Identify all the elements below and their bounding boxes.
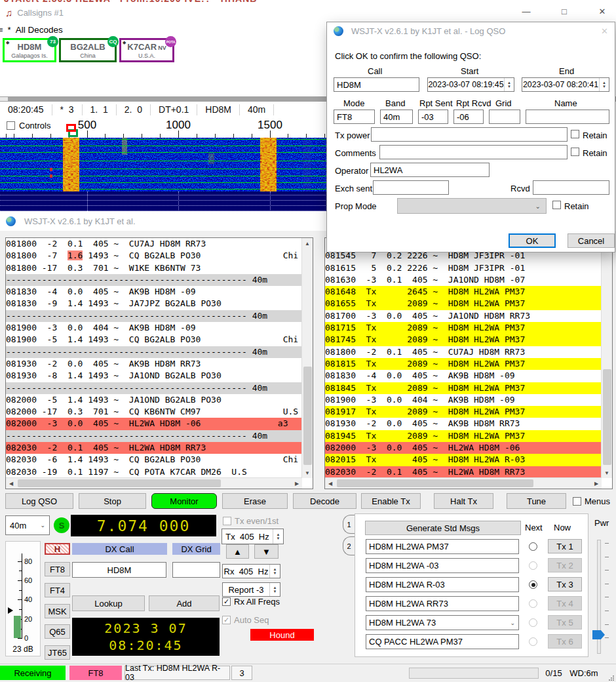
decode-row[interactable]: 081630 -3 0.1 405 ~ JA1OND HD8M -07 <box>325 274 602 286</box>
call-field[interactable]: HD8M <box>334 77 419 92</box>
scroll-left-icon[interactable]: ◀ <box>325 478 336 489</box>
scroll-right-icon[interactable]: ▶ <box>292 478 302 489</box>
decode-row[interactable]: 081615 5 0.2 2226 ~ HD8M JF3IPR -01 <box>325 262 602 274</box>
callsign-card-bg2alb[interactable]: BG2ALB China CQ <box>59 38 117 62</box>
decode-row[interactable]: 081800 -2 0.1 405 ~ CU7AJ HD8M RR73 <box>325 346 602 358</box>
spinner-arrows-icon[interactable]: ▲▼ <box>504 78 514 91</box>
cancel-button[interactable]: Cancel <box>568 233 615 248</box>
rpt-sent-field[interactable]: -03 <box>418 110 448 124</box>
ok-button[interactable]: OK <box>509 233 556 248</box>
decode-row[interactable]: 081917 Tx 2089 ~ HD8M HL2WA PM37 <box>325 406 602 418</box>
scroll-down-icon[interactable]: ▼ <box>302 468 313 478</box>
tx6-next-radio[interactable] <box>529 637 537 646</box>
lookup-button[interactable]: Lookup <box>72 595 145 611</box>
mode-field[interactable]: FT8 <box>334 110 375 124</box>
decode-row[interactable]: 081745 Tx 2089 ~ HD8M HL2WA PM37 <box>325 334 602 346</box>
dx-grid-input[interactable] <box>172 562 220 578</box>
scrollbar-thumb[interactable] <box>303 367 312 465</box>
scroll-left-icon[interactable]: ◀ <box>6 478 16 489</box>
operator-field[interactable]: HL2WA <box>370 163 490 177</box>
tx5-next-radio[interactable] <box>529 618 537 627</box>
decode-row[interactable]: 082030 -2 0.1 405 ~ HL2WA HD8M RR73 <box>325 466 602 478</box>
tx3-next-radio[interactable] <box>529 580 537 589</box>
end-datetime-field[interactable]: 2023-03-07 08:20:41 ▲▼ <box>522 77 609 92</box>
tx2-message-input[interactable]: HD8M HL2WA -03 <box>366 558 519 573</box>
decode-row[interactable]: 082000 -17 0.3 701 ~ CQ KB6NTW CM97 U.S <box>6 406 302 418</box>
halt-tx-button[interactable]: Halt Tx <box>434 493 493 509</box>
retain-prop-checkbox[interactable] <box>552 201 561 209</box>
tx4-now-button[interactable]: Tx 4 <box>548 596 582 611</box>
band-select[interactable]: 40m ⌄ <box>5 515 50 535</box>
tx6-now-button[interactable]: Tx 6 <box>548 634 582 649</box>
scrollbar-thumb[interactable] <box>337 479 533 487</box>
report-spinner[interactable]: Report -3 ▲▼ <box>222 582 280 597</box>
scrollbar-thumb[interactable] <box>0 97 8 101</box>
freq-up-button[interactable]: ▲ <box>226 544 249 559</box>
callsign-card-k7car[interactable]: ◆ K7CARNV U.S.A. POTA <box>119 38 174 62</box>
decode-row[interactable]: ----------------------------------------… <box>6 274 302 286</box>
grid-field[interactable] <box>489 110 520 124</box>
decode-row[interactable]: 081930 -2 0.0 405 ~ AK9B HD8M RR73 <box>325 418 602 430</box>
dx-call-input[interactable]: HD8M <box>72 562 166 578</box>
decode-row[interactable]: ----------------------------------------… <box>6 346 302 358</box>
controls-toggle[interactable]: Controls <box>7 121 50 130</box>
decode-row[interactable]: 081655 Tx 2089 ~ HD8M HL2WA PM37 <box>325 298 602 310</box>
freq-down-button[interactable]: ▼ <box>254 544 279 559</box>
mode-q65-button[interactable]: Q65 <box>45 624 70 639</box>
retain-power-checkbox[interactable] <box>571 130 579 138</box>
generate-std-msgs-button[interactable]: Generate Std Msgs <box>365 521 521 535</box>
decode-button[interactable]: Decode <box>293 493 356 509</box>
spinner-arrows-icon[interactable]: ▲▼ <box>269 583 280 596</box>
tx2-next-radio[interactable] <box>529 561 537 570</box>
start-datetime-field[interactable]: 2023-03-07 08:19:45 ▲▼ <box>427 77 514 92</box>
scrollbar-thumb[interactable] <box>603 369 611 465</box>
decode-row[interactable]: 082030 -6 1.4 1493 ~ CQ BG2ALB PO30 Chi <box>6 454 302 466</box>
rcvd-field[interactable] <box>533 180 609 195</box>
prop-mode-select[interactable]: ⌄ <box>397 198 547 214</box>
controls-checkbox[interactable] <box>7 121 15 130</box>
retain-comments-checkbox[interactable] <box>571 148 579 156</box>
horizontal-scrollbar[interactable]: ◀ ▶ <box>325 477 602 489</box>
decode-row[interactable]: 081800 -2 0.1 405 ~ CU7AJ HD8M RR73 <box>6 238 302 250</box>
decode-row[interactable]: 082000 -5 1.4 1493 ~ JA1OND BG2ALB PO30 <box>6 394 302 406</box>
auto-seq-checkbox[interactable] <box>222 616 231 624</box>
decode-row[interactable]: 082015 Tx 405 ~ HD8M HL2WA R-03 <box>325 454 602 466</box>
decode-row[interactable]: 081700 -3 0.0 405 ~ JA1OND HD8M RR73 <box>325 310 602 322</box>
spinner-arrows-icon[interactable]: ▲▼ <box>273 529 283 544</box>
scroll-down-icon[interactable]: ▼ <box>602 468 612 478</box>
rx-frequency-spinner[interactable]: Rx 405 Hz ▲▼ <box>222 564 280 578</box>
tx5-now-button[interactable]: Tx 5 <box>548 615 582 630</box>
decode-row[interactable]: 082000 -3 0.0 405 ~ HL2WA HD8M -06 a3 <box>6 418 302 430</box>
rx-all-freqs-toggle[interactable]: Rx All Freqs <box>222 597 280 607</box>
decode-row[interactable]: 081900 -3 0.0 404 ~ AK9B HD8M -09 <box>325 394 602 406</box>
mode-ft4-button[interactable]: FT4 <box>45 583 70 597</box>
decode-row[interactable]: 082030 -19 0.1 1197 ~ CQ POTA K7CAR DM26… <box>6 466 302 478</box>
resize-grip-icon[interactable] <box>608 675 615 681</box>
decode-row[interactable]: ----------------------------------------… <box>6 382 302 394</box>
log-qso-button[interactable]: Log QSO <box>5 493 73 509</box>
scroll-up-icon[interactable]: ▲ <box>302 238 313 249</box>
mode-jt65-button[interactable]: JT65 <box>45 645 70 660</box>
band-field[interactable]: 40m <box>380 110 413 124</box>
decode-row[interactable]: 081800 -7 1.6 1493 ~ CQ BG2ALB PO30 Chi <box>6 250 302 262</box>
vertical-scrollbar[interactable]: ▲ ▼ <box>301 238 313 478</box>
erase-button[interactable]: Erase <box>222 493 288 509</box>
menus-checkbox[interactable] <box>573 497 581 506</box>
rx-all-checkbox[interactable] <box>222 597 231 606</box>
all-decodes-label[interactable]: All Decodes <box>16 25 63 35</box>
mode-ft8-button[interactable]: FT8 <box>45 562 70 576</box>
decode-row[interactable]: 082000 -3 0.0 405 ~ HL2WA HD8M -06 <box>325 442 602 454</box>
decode-row[interactable]: 081648 Tx 2645 ~ HD8M HL2WA PM37 <box>325 286 602 298</box>
tx3-now-button[interactable]: Tx 3 <box>548 577 582 592</box>
close-icon[interactable]: ✕ <box>592 7 612 16</box>
comments-field[interactable] <box>379 145 568 159</box>
tx3-message-input[interactable]: HD8M HL2WA R-03 <box>366 577 519 592</box>
maximize-icon[interactable]: □ <box>554 7 574 16</box>
tx6-message-input[interactable]: CQ PACC HL2WA PM37 <box>366 634 519 649</box>
decode-row[interactable]: 081715 Tx 2089 ~ HD8M HL2WA PM37 <box>325 322 602 334</box>
tx-power-field[interactable] <box>371 127 568 142</box>
menu-icon[interactable]: ≡ <box>0 25 3 35</box>
decode-row[interactable]: 081830 -4 0.0 405 ~ AK9B HD8M -09 <box>325 370 602 382</box>
decode-row[interactable]: 081900 -5 1.4 1493 ~ CQ BG2ALB PO30 Chi <box>6 334 302 346</box>
decode-row[interactable]: 081945 Tx 2089 ~ HD8M HL2WA PM37 <box>325 430 602 442</box>
